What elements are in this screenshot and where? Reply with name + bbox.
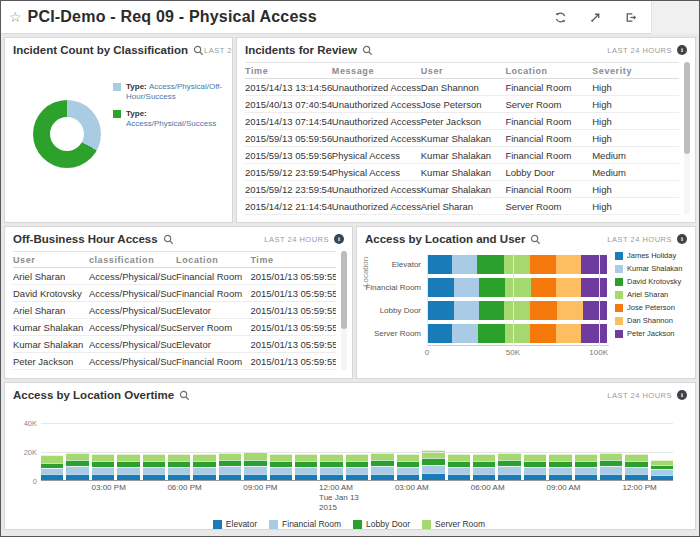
column-header[interactable]: Message	[332, 66, 421, 76]
table-cell[interactable]: 2015/01/13 05:59:55	[250, 356, 336, 367]
bar-segment[interactable]	[92, 474, 114, 480]
bar-segment[interactable]	[427, 278, 454, 297]
bar-segment[interactable]	[530, 324, 556, 343]
stacked-bar[interactable]	[143, 454, 165, 480]
stacked-bar[interactable]	[193, 454, 215, 480]
bar-segment[interactable]	[219, 453, 241, 460]
table-cell[interactable]: 2015/01/13 05:59:55	[250, 288, 336, 299]
bar-segment[interactable]	[270, 474, 292, 480]
bar-segment[interactable]	[346, 474, 368, 480]
stacked-bar[interactable]	[346, 454, 368, 480]
bar-segment[interactable]	[427, 255, 452, 274]
stacked-bar[interactable]	[244, 452, 266, 480]
bar-segment[interactable]	[66, 453, 88, 460]
stacked-bar[interactable]	[651, 460, 673, 480]
bar-segment[interactable]	[498, 466, 520, 474]
table-cell[interactable]: 2015/40/13 07:40:54	[245, 99, 332, 110]
bar-segment[interactable]	[41, 455, 63, 463]
bar-segment[interactable]	[581, 278, 607, 297]
table-cell[interactable]: Access/Physical/Success	[89, 339, 176, 350]
stacked-bar[interactable]	[92, 454, 114, 480]
table-cell[interactable]: High	[592, 133, 653, 144]
table-cell[interactable]: Medium	[592, 167, 653, 178]
table-cell[interactable]: Dan Shannon	[421, 82, 506, 93]
table-cell[interactable]: Unauthorized Access	[332, 201, 421, 212]
bar-segment[interactable]	[557, 301, 583, 320]
bar-segment[interactable]	[295, 454, 317, 461]
bar-segment[interactable]	[92, 467, 114, 474]
table-cell[interactable]: Elevator	[176, 305, 250, 316]
legend-item[interactable]: Type: Access/Physical/Off-Hour/Success	[113, 82, 229, 102]
table-cell[interactable]: Financial Room	[505, 82, 592, 93]
table-cell[interactable]: 2015/01/13 05:59:55	[250, 271, 336, 282]
magnifier-icon[interactable]	[193, 45, 204, 56]
bar-segment[interactable]	[219, 474, 241, 480]
bar-segment[interactable]	[473, 467, 495, 474]
table-cell[interactable]: Kumar Shalakan	[421, 184, 506, 195]
table-row[interactable]: Ariel SharanAccess/Physical/SuccessFinan…	[13, 268, 336, 285]
table-cell[interactable]: Kumar Shalakan	[421, 167, 506, 178]
bar-segment[interactable]	[498, 453, 520, 460]
bar-segment[interactable]	[575, 467, 597, 474]
table-row[interactable]: Ariel SharanAccess/Physical/SuccessEleva…	[13, 302, 336, 319]
table-cell[interactable]: 2015/59/13 05:59:56	[245, 150, 332, 161]
bar-segment[interactable]	[371, 474, 393, 480]
table-cell[interactable]: 2015/01/13 05:59:55	[250, 322, 336, 333]
table-row[interactable]: 2015/59/13 05:59:56Physical AccessKumar …	[245, 147, 679, 164]
bar-segment[interactable]	[143, 454, 165, 461]
bar-segment[interactable]	[581, 324, 607, 343]
bar-segment[interactable]	[427, 324, 452, 343]
table-cell[interactable]: Unauthorized Access	[332, 82, 421, 93]
stacked-bar[interactable]	[422, 450, 444, 480]
bar-segment[interactable]	[346, 467, 368, 474]
bar-segment[interactable]	[504, 301, 530, 320]
bar-segment[interactable]	[600, 453, 622, 460]
bar-segment[interactable]	[505, 324, 530, 343]
bar-segment[interactable]	[625, 474, 647, 480]
table-cell[interactable]: Kumar Shalakan	[421, 133, 506, 144]
bar-segment[interactable]	[448, 454, 470, 461]
stacked-bar[interactable]	[524, 454, 546, 480]
expand-icon[interactable]	[589, 11, 602, 24]
bar-segment[interactable]	[397, 467, 419, 474]
legend-item[interactable]: Ariel Sharan	[615, 290, 689, 299]
magnifier-icon[interactable]	[362, 45, 373, 56]
bar-segment[interactable]	[448, 474, 470, 480]
bar-segment[interactable]	[320, 467, 342, 474]
table-cell[interactable]: Server Room	[505, 99, 592, 110]
bar-segment[interactable]	[168, 454, 190, 461]
bar-segment[interactable]	[244, 466, 266, 474]
bar-segment[interactable]	[427, 301, 454, 320]
table-cell[interactable]: High	[592, 99, 653, 110]
table-scrollbar[interactable]	[684, 62, 690, 215]
table-cell[interactable]: Financial Room	[176, 271, 250, 282]
bar-segment[interactable]	[530, 301, 557, 320]
table-cell[interactable]: Elevator	[176, 339, 250, 350]
stacked-bar[interactable]	[371, 453, 393, 480]
bar-segment[interactable]	[193, 474, 215, 480]
table-scrollbar[interactable]	[341, 251, 347, 371]
table-cell[interactable]: Peter Jackson	[13, 356, 89, 367]
table-cell[interactable]: Kumar Shalakan	[421, 150, 506, 161]
table-cell[interactable]: Kumar Shalakan	[13, 322, 89, 333]
table-cell[interactable]: Access/Physical/Success	[89, 305, 176, 316]
bar-segment[interactable]	[454, 301, 479, 320]
legend-item[interactable]: Kumar Shalakan	[615, 264, 689, 273]
bar-segment[interactable]	[422, 473, 444, 480]
stacked-bar[interactable]	[219, 453, 241, 480]
legend-item[interactable]: Elevator	[213, 519, 257, 529]
table-cell[interactable]: Server Room	[505, 201, 592, 212]
table-cell[interactable]: High	[592, 201, 653, 212]
table-row[interactable]: 2015/59/12 23:59:54Physical AccessKumar …	[245, 164, 679, 181]
table-cell[interactable]: Medium	[592, 150, 653, 161]
column-header[interactable]: classification	[89, 255, 176, 265]
info-icon[interactable]: i	[677, 390, 687, 400]
bar-segment[interactable]	[524, 467, 546, 474]
bar-segment[interactable]	[452, 324, 478, 343]
stacked-bar[interactable]	[295, 454, 317, 480]
column-header[interactable]: User	[421, 66, 506, 76]
bar-segment[interactable]	[422, 458, 444, 465]
table-cell[interactable]: Financial Room	[176, 356, 250, 367]
stacked-bar[interactable]	[320, 454, 342, 480]
bar-segment[interactable]	[556, 255, 582, 274]
